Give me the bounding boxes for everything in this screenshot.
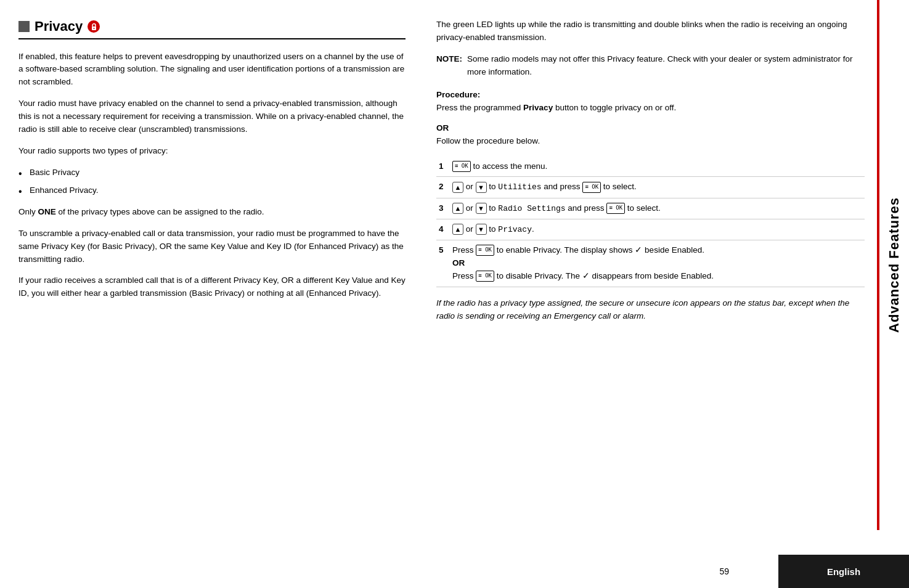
- step-3-mono: Radio Settings: [498, 204, 565, 213]
- step-5-disable: to disable Privacy. The ✓ disappears fro…: [497, 271, 714, 280]
- procedure-text: Press the programmed Privacy button to t…: [436, 102, 865, 115]
- note-label: NOTE:: [436, 53, 462, 79]
- steps-table: 1 ≡ OK to access the menu. 2 ▲ or ▼: [436, 157, 865, 287]
- step-4-content: ▲ or ▼ to Privacy.: [450, 219, 865, 240]
- follow-text: Follow the procedure below.: [436, 135, 865, 148]
- menu-btn-5a: ≡ OK: [476, 245, 494, 256]
- step-3-press: and press: [568, 203, 606, 213]
- step-5-enable: to enable Privacy. The display shows ✓ b…: [497, 245, 704, 255]
- page-title-section: Privacy: [18, 18, 406, 35]
- step-2-or: or: [466, 182, 476, 191]
- title-square-icon: [18, 21, 30, 32]
- arrow-up-icon-2: ▲: [452, 182, 463, 193]
- arrow-down-icon-4: ▼: [476, 224, 487, 235]
- menu-btn-2: ≡ OK: [582, 182, 601, 193]
- page-number-area: 59: [0, 555, 778, 588]
- left-para-2: Your radio must have privacy enabled on …: [18, 97, 406, 136]
- arrow-down-icon-2: ▼: [476, 182, 487, 193]
- bullet-item-1: Basic Privacy: [18, 166, 406, 179]
- step-4-row: 4 ▲ or ▼ to Privacy.: [436, 219, 865, 240]
- arrow-up-icon-3: ▲: [452, 203, 463, 214]
- step-2-to: to: [489, 182, 498, 191]
- step-5-or: OR: [452, 257, 862, 270]
- step-2-num: 2: [436, 177, 450, 198]
- step-1-row: 1 ≡ OK to access the menu.: [436, 157, 865, 177]
- arrow-down-icon-3: ▼: [476, 203, 487, 214]
- arrow-up-icon-4: ▲: [452, 224, 463, 235]
- menu-btn-1: ≡ OK: [452, 161, 471, 172]
- page-title: Privacy: [35, 18, 83, 35]
- sidebar-tab: Advanced Features: [879, 0, 909, 530]
- step-3-row: 3 ▲ or ▼ to Radio Settings and press ≡ O…: [436, 198, 865, 219]
- left-para-6: If your radio receives a scrambled call …: [18, 274, 406, 300]
- step-2-row: 2 ▲ or ▼ to Utilities and press ≡ OK to …: [436, 177, 865, 198]
- bullet-list: Basic Privacy Enhanced Privacy.: [18, 166, 406, 197]
- menu-btn-3: ≡ OK: [606, 203, 625, 214]
- privacy-bold: Privacy: [523, 103, 553, 112]
- step-4-mono: Privacy: [498, 225, 532, 234]
- step-4-num: 4: [436, 219, 450, 240]
- step-1-num: 1: [436, 157, 450, 177]
- title-divider: [18, 38, 406, 39]
- page-container: Privacy If enabled, this feature helps t…: [0, 0, 909, 588]
- english-tab: English: [778, 555, 909, 588]
- right-intro: The green LED lights up while the radio …: [436, 18, 865, 44]
- right-column: The green LED lights up while the radio …: [421, 0, 877, 555]
- step-4-or: or: [466, 224, 476, 234]
- step-5-content: Press ≡ OK to enable Privacy. The displa…: [450, 240, 865, 287]
- english-label: English: [827, 566, 860, 577]
- left-para-4: Only ONE of the privacy types above can …: [18, 206, 406, 219]
- step-3-content: ▲ or ▼ to Radio Settings and press ≡ OK …: [450, 198, 865, 219]
- step-1-content: ≡ OK to access the menu.: [450, 157, 865, 177]
- step-3-to: to: [489, 203, 498, 213]
- step-3-num: 3: [436, 198, 450, 219]
- step-5-press: Press: [452, 245, 476, 255]
- bullet-item-2: Enhanced Privacy.: [18, 184, 406, 197]
- left-para-5: To unscramble a privacy-enabled call or …: [18, 227, 406, 266]
- step-2-content: ▲ or ▼ to Utilities and press ≡ OK to se…: [450, 177, 865, 198]
- step-2-select: to select.: [603, 182, 637, 191]
- step-1-text: to access the menu.: [473, 161, 547, 171]
- step-4-period: .: [532, 224, 534, 234]
- page-number: 59: [719, 566, 729, 576]
- step-5-row: 5 Press ≡ OK to enable Privacy. The disp…: [436, 240, 865, 287]
- procedure-heading: Procedure:: [436, 90, 865, 99]
- bottom-bar: 59 English: [0, 555, 909, 588]
- step-5-press2: Press: [452, 271, 476, 280]
- svg-point-1: [93, 28, 94, 29]
- lock-icon: [88, 20, 100, 33]
- step-3-select: to select.: [627, 203, 661, 213]
- step-2-mono: Utilities: [498, 182, 541, 192]
- main-content: Privacy If enabled, this feature helps t…: [0, 0, 877, 555]
- menu-btn-5b: ≡ OK: [476, 271, 494, 282]
- left-para-1: If enabled, this feature helps to preven…: [18, 51, 406, 89]
- step-5-num: 5: [436, 240, 450, 287]
- step-2-press: and press: [544, 182, 582, 191]
- left-column: Privacy If enabled, this feature helps t…: [0, 0, 421, 555]
- note-block: NOTE: Some radio models may not offer th…: [436, 53, 865, 79]
- or-text-1: OR: [436, 123, 865, 133]
- step-3-or: or: [466, 203, 476, 213]
- step-4-to: to: [489, 224, 498, 234]
- sidebar-tab-text: Advanced Features: [886, 197, 902, 333]
- note-text: Some radio models may not offer this Pri…: [467, 53, 865, 79]
- italic-note: If the radio has a privacy type assigned…: [436, 297, 865, 323]
- left-para-3: Your radio supports two types of privacy…: [18, 145, 406, 158]
